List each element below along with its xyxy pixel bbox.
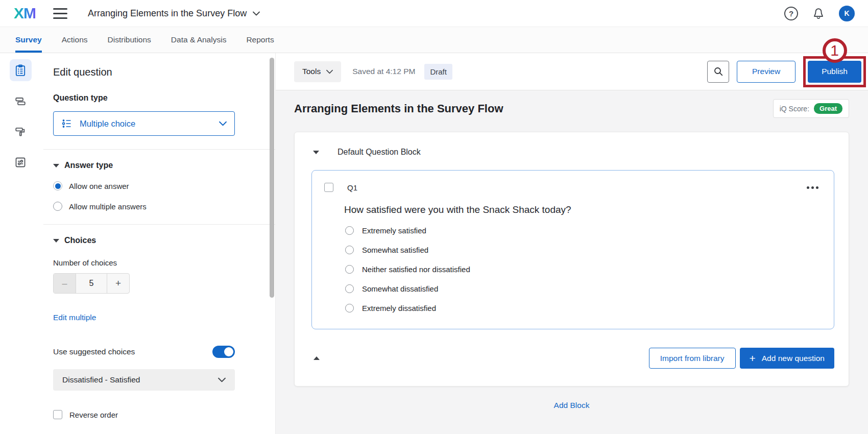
question-card-q1[interactable]: Q1 How satisfied were you with the Snack… — [311, 170, 834, 329]
xm-logo[interactable]: XM — [14, 5, 36, 22]
iq-score-box[interactable]: iQ Score: Great — [773, 99, 849, 118]
multiple-choice-icon — [61, 118, 73, 129]
radio-allow-one-answer[interactable]: Allow one answer — [53, 181, 263, 190]
tab-data-analysis[interactable]: Data & Analysis — [171, 27, 227, 53]
survey-options-icon — [14, 156, 27, 168]
search-button[interactable] — [707, 61, 729, 83]
block-title: Default Question Block — [337, 148, 421, 157]
user-avatar[interactable]: K — [839, 6, 855, 21]
hamburger-menu-icon[interactable] — [53, 8, 67, 19]
chevron-down-icon — [326, 69, 333, 74]
survey-title-text: Arranging Elements in the Survey Flow — [88, 8, 247, 19]
import-from-library-button[interactable]: Import from library — [649, 348, 736, 369]
question-block-card: Default Question Block Q1 How satisfied … — [294, 132, 849, 387]
notifications-bell-icon[interactable] — [812, 6, 825, 20]
annotation-step-number: 1 — [830, 42, 839, 59]
tools-menu-button[interactable]: Tools — [294, 61, 341, 82]
tab-actions[interactable]: Actions — [62, 27, 88, 53]
survey-flow-icon — [14, 95, 27, 107]
iq-score-badge: Great — [814, 103, 842, 114]
decrement-button[interactable]: – — [54, 274, 76, 293]
block-footer: Import from library + Add new question — [311, 348, 834, 369]
choice-row[interactable]: Somewhat satisfied — [345, 246, 821, 254]
question-id: Q1 — [347, 183, 357, 192]
choice-radio-icon — [345, 226, 354, 235]
choice-row[interactable]: Extremely dissatisfied — [345, 304, 821, 312]
choices-section-header[interactable]: Choices — [53, 236, 263, 245]
rail-survey-options[interactable] — [10, 151, 32, 173]
question-text[interactable]: How satisfied were you with the Snack Sh… — [344, 204, 821, 215]
chevron-down-icon — [218, 377, 226, 382]
tab-distributions[interactable]: Distributions — [108, 27, 151, 53]
increment-button[interactable]: + — [107, 274, 129, 293]
reverse-order-checkbox[interactable] — [53, 410, 62, 419]
question-type-select[interactable]: Multiple choice — [53, 111, 235, 136]
use-suggested-choices-row: Use suggested choices — [53, 346, 235, 358]
tab-reports[interactable]: Reports — [246, 27, 274, 53]
choice-radio-icon — [345, 284, 354, 293]
radio-selected-icon — [53, 181, 62, 190]
use-suggested-choices-label: Use suggested choices — [53, 347, 135, 356]
rail-survey-builder[interactable] — [10, 59, 32, 81]
radio-unselected-icon — [53, 202, 62, 211]
question-choice-list: Extremely satisfied Somewhat satisfied N… — [345, 226, 821, 312]
survey-canvas: Tools Saved at 4:12 PM Draft Preview Pub… — [276, 53, 868, 434]
add-new-question-button[interactable]: + Add new question — [740, 348, 835, 369]
saved-status-text: Saved at 4:12 PM — [352, 67, 415, 76]
choices-count-stepper: – 5 + — [53, 273, 130, 294]
choice-row[interactable]: Extremely satisfied — [345, 226, 821, 235]
panel-scrollbar[interactable] — [270, 58, 274, 298]
panel-title: Edit question — [53, 66, 263, 78]
divider — [43, 224, 275, 225]
choices-count-value: 5 — [76, 274, 107, 293]
look-and-feel-icon — [14, 126, 27, 138]
divider — [43, 149, 275, 150]
add-block-link[interactable]: Add Block — [554, 401, 590, 409]
survey-editor-scroll-area: Arranging Elements in the Survey Flow iQ… — [276, 90, 868, 434]
page-title: Arranging Elements in the Survey Flow — [294, 102, 503, 115]
survey-title-menu[interactable]: Arranging Elements in the Survey Flow — [88, 8, 260, 19]
answer-type-section-header[interactable]: Answer type — [53, 161, 263, 170]
iq-score-label: iQ Score: — [780, 105, 809, 113]
choice-row[interactable]: Neither satisfied nor dissatisfied — [345, 265, 821, 274]
number-of-choices-label: Number of choices — [53, 258, 263, 267]
suggested-choices-value: Dissatisfied - Satisfied — [62, 375, 140, 384]
choice-radio-icon — [345, 246, 354, 254]
reverse-order-row[interactable]: Reverse order — [53, 410, 263, 419]
suggested-choices-select[interactable]: Dissatisfied - Satisfied — [53, 369, 235, 391]
edit-question-panel: Edit question Question type Multiple cho… — [41, 53, 276, 434]
draft-status-badge: Draft — [424, 64, 452, 80]
annotation-highlight-box: Publish 1 — [803, 56, 866, 87]
choice-radio-icon — [345, 304, 354, 312]
collapse-triangle-icon — [53, 239, 59, 243]
publish-button[interactable]: Publish — [808, 61, 861, 83]
reverse-order-label: Reverse order — [69, 411, 118, 419]
top-bar: XM Arranging Elements in the Survey Flow… — [0, 0, 868, 27]
rail-look-and-feel[interactable] — [10, 120, 32, 142]
topbar-actions: ? K — [784, 6, 855, 21]
radio-allow-multiple-answers[interactable]: Allow multiple answers — [53, 202, 263, 211]
survey-toolbar: Tools Saved at 4:12 PM Draft Preview Pub… — [276, 53, 868, 90]
block-header: Default Question Block — [313, 148, 834, 157]
choice-radio-icon — [345, 265, 354, 274]
chevron-down-icon — [253, 11, 260, 16]
choice-row[interactable]: Somewhat dissatisfied — [345, 284, 821, 293]
question-type-label: Question type — [53, 93, 263, 103]
use-suggested-choices-toggle[interactable] — [212, 346, 235, 358]
question-more-menu-icon[interactable] — [805, 184, 821, 191]
search-icon — [713, 66, 724, 77]
help-icon[interactable]: ? — [784, 7, 798, 20]
block-collapse-up-icon[interactable] — [314, 356, 320, 360]
chevron-down-icon — [219, 121, 227, 126]
survey-builder-icon — [14, 64, 27, 77]
edit-multiple-link[interactable]: Edit multiple — [53, 313, 96, 322]
builder-icon-rail — [0, 53, 41, 434]
question-select-checkbox[interactable] — [324, 183, 333, 192]
annotation-step-circle: 1 — [823, 38, 847, 63]
primary-nav: Survey Actions Distributions Data & Anal… — [0, 27, 868, 53]
preview-button[interactable]: Preview — [737, 61, 795, 83]
collapse-triangle-icon — [53, 164, 59, 167]
block-collapse-icon[interactable] — [313, 151, 319, 154]
rail-survey-flow[interactable] — [10, 90, 32, 112]
tab-survey[interactable]: Survey — [15, 27, 42, 53]
